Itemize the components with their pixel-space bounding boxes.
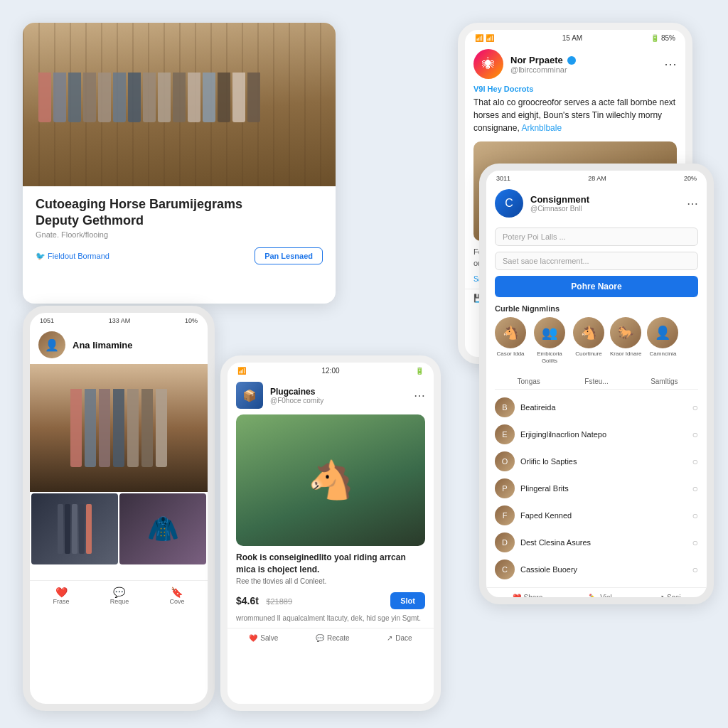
heart-icon: ❤️ [513, 594, 521, 601]
fb-list-item-6[interactable]: C Cassiole Buoery ○ [495, 556, 698, 583]
fb-list-avatar-5: D [495, 532, 515, 552]
listing-dace-button[interactable]: ↗ Dace [387, 634, 412, 642]
fb-viel-button[interactable]: ✏️ Viel [589, 594, 612, 601]
fb-list-action-6[interactable]: ○ [692, 564, 698, 575]
tweet-text: That alo co groocreofor serves a acte fa… [465, 96, 685, 141]
fb-circle-label-1: Embicoria Golilts [532, 350, 567, 364]
fb-tab-fsteu[interactable]: Fsteu... [562, 374, 630, 389]
share-icon: ↗ [658, 594, 664, 601]
fb-list-action-3[interactable]: ○ [692, 483, 698, 494]
listing-seller-info: Plugcaines @F0hoce comity [270, 387, 323, 405]
fb-circle-label-4: Camncinia [647, 350, 678, 358]
listing-image: 🐴 [236, 414, 425, 546]
shop-body: Cutoeaging Horse Barumijegrams Deputy Ge… [23, 186, 336, 272]
fb-search-input[interactable]: Saet saoe laccnrement... [495, 252, 698, 270]
listing-footer: ❤️ Salve 💬 Recate ↗ Dace [228, 628, 434, 648]
fb-list-name-2: Orlific lo Sapties [520, 457, 687, 466]
clothes-rail [38, 73, 320, 129]
share-icon: ↗ [387, 634, 392, 642]
hanger [38, 73, 51, 122]
fb-list-action-4[interactable]: ○ [692, 510, 698, 521]
fb-tab-samltigs[interactable]: Samltigs [631, 374, 698, 389]
fb-signal: 3011 [496, 175, 510, 182]
hanger [83, 73, 96, 122]
tweet-time: 15 AM [562, 34, 582, 42]
hanger [203, 73, 215, 122]
fb-list-avatar-3: P [495, 478, 515, 498]
shop-tags: 🐦 Fieldout Bormand [36, 252, 109, 261]
listing-price-group: $4.6t $21889 [236, 594, 292, 607]
fb-circle-item-4[interactable]: 👤 Camncinia [647, 317, 678, 364]
listing-title: Rook is conseiginedlito yoal riding arrc… [236, 552, 425, 576]
fb-list-item-0[interactable]: B Beatireida ○ [495, 394, 698, 421]
fb-circle-item-0[interactable]: 🐴 Casor Idda [495, 317, 526, 364]
fb-header: C Consignment @Cimnasor Bnll ⋯ [486, 183, 707, 223]
fb-post-input[interactable]: Potery Poi Lalls ... [495, 228, 698, 246]
fb-tab-tongas[interactable]: Tongas [495, 374, 562, 389]
listing-avatar: 📦 [236, 382, 263, 409]
fb-section-title: Curble Nignmlins [495, 304, 698, 313]
battery-icon: 🔋 85% [651, 34, 675, 42]
fb-circles: 🐴 Casor Idda 👥 Embicoria Golilts 🐴 Cuort… [495, 317, 698, 367]
fb-list-name-1: Erjiginglilnacrlion Natepo [520, 430, 687, 439]
listing-old-price: $21889 [266, 597, 292, 606]
mobile-grid-item-2: 🧥 [119, 493, 206, 564]
fb-list-item-5[interactable]: D Dest Clesina Asures ○ [495, 529, 698, 556]
shop-title: Cutoeaging Horse Barumijegrams [36, 196, 323, 213]
battery-icon: 🔋 [415, 367, 424, 375]
fb-list-action-2[interactable]: ○ [692, 456, 698, 467]
tweet-user-info: Nor Prpaete @lbirccomminar [510, 55, 576, 74]
fb-circle-label-2: Cuortinure [573, 350, 604, 358]
tweet-more-button[interactable]: ⋯ [664, 56, 677, 72]
fb-circle-item-2[interactable]: 🐴 Cuortinure [573, 317, 604, 364]
mobile-statusbar: 1051 133 AM 10% [30, 313, 208, 326]
hanger [143, 73, 156, 122]
mobile-grid: 🧥 [30, 492, 208, 566]
fb-list-action-5[interactable]: ○ [692, 537, 698, 548]
listing-seller-handle: @F0hoce comity [270, 397, 323, 405]
tweet-statusbar: 📶 📶 15 AM 🔋 85% [465, 30, 685, 43]
mobile-cove-button[interactable]: 🔖 Cove [169, 587, 184, 605]
mobile-frase-button[interactable]: ❤️ Frase [53, 587, 70, 605]
fb-list-item-1[interactable]: E Erjiginglilnacrlion Natepo ○ [495, 421, 698, 448]
listing-salve-button[interactable]: ❤️ Salve [249, 634, 278, 642]
fb-sosi-button[interactable]: ↗ Sosi [658, 594, 680, 601]
mobile-profile-header: 👤 Ana Iimamine [30, 326, 208, 364]
mobile-username: Ana Iimamine [73, 340, 133, 350]
listing-description: Rook is conseiginedlito yoal riding arrc… [228, 546, 434, 588]
fb-circle-label-3: Kraor Idnare [610, 350, 641, 358]
listing-subtitle: Ree the tlovies all d Conleet. [236, 577, 425, 585]
listing-buy-button[interactable]: Slot [390, 592, 425, 609]
tweet-link[interactable]: Arknblbale [521, 123, 562, 133]
fb-action-button[interactable]: Pohre Naore [495, 276, 698, 297]
fb-list-name-6: Cassiole Buoery [520, 565, 687, 574]
fb-tabs: Tongas Fsteu... Samltigs [495, 374, 698, 390]
shop-cta-button[interactable]: Pan Lesnaed [255, 247, 323, 264]
tweet-handle: @lbirccomminar [510, 65, 576, 74]
listing-more-button[interactable]: ⋯ [414, 389, 425, 402]
listing-image-inner: 🐴 [236, 414, 425, 546]
fb-circle-item-1[interactable]: 👥 Embicoria Golilts [532, 317, 567, 364]
fb-list-avatar-4: F [495, 505, 515, 525]
fb-more-button[interactable]: ⋯ [687, 197, 698, 210]
fb-list-action-0[interactable]: ○ [692, 402, 698, 413]
shop-card: Cutoeaging Horse Barumijegrams Deputy Ge… [23, 23, 336, 304]
save-icon: 🔖 [169, 587, 184, 598]
fb-circle-item-3[interactable]: 🐎 Kraor Idnare [610, 317, 641, 364]
fb-list-item-3[interactable]: P Plingeral Brits ○ [495, 475, 698, 502]
hanger [113, 73, 126, 122]
fb-list-action-1[interactable]: ○ [692, 429, 698, 440]
mobile-reque-button[interactable]: 💬 Reque [110, 587, 129, 605]
mobile-footer: ❤️ Frase 💬 Reque 🔖 Cove [30, 580, 208, 611]
fb-list-item-4[interactable]: F Faped Kenned ○ [495, 502, 698, 529]
mobile-avatar: 👤 [38, 331, 65, 358]
tweet-header: 🕷 Nor Prpaete @lbirccomminar ⋯ [465, 43, 685, 85]
fb-list-item-2[interactable]: O Orlific lo Sapties ○ [495, 448, 698, 475]
fb-shore-button[interactable]: ❤️ Shore [513, 594, 543, 601]
fb-page-info: Consignment @Cimnasor Bnll [530, 194, 589, 213]
listing-recate-button[interactable]: 💬 Recate [316, 634, 350, 642]
signal-icon: 📶 [237, 367, 246, 375]
hanger [188, 73, 200, 122]
fb-list-name-5: Dest Clesina Asures [520, 538, 687, 547]
listing-time: 12:00 [321, 367, 339, 375]
